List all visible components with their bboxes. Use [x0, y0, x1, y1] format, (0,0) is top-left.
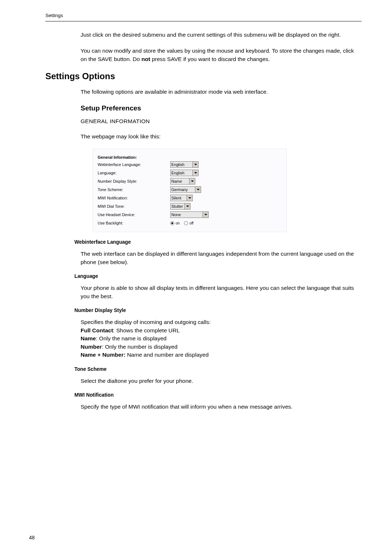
chevron-down-icon[interactable] [189, 178, 195, 184]
intro-paragraph-2: You can now modify and store the values … [81, 47, 362, 63]
settings-form-screenshot: General Information: Webinterface Langua… [93, 149, 287, 232]
select-value: Germany [171, 187, 188, 192]
rest-full-contact: : Shows the complete URL [113, 327, 180, 333]
form-label: MWI Notification: [98, 196, 170, 200]
form-row-headset-device: Use Headset Device: None [98, 211, 282, 218]
heading-setup-preferences: Setup Preferences [81, 104, 362, 112]
subheading-webinterface-language: Webinterface Language [74, 239, 362, 245]
intro-paragraph-1: Just click on the desired submenu and th… [81, 31, 362, 39]
intro2-bold: not [142, 56, 150, 62]
bold-name: Name [81, 335, 96, 341]
form-section-title: General Information: [98, 155, 282, 159]
chevron-down-icon[interactable] [203, 212, 208, 218]
number-display-style-body: Specifies the display of incoming and ou… [81, 318, 362, 359]
form-row-language: Language: English [98, 169, 282, 177]
form-label: Use Headset Device: [98, 212, 170, 217]
chevron-down-icon[interactable] [187, 195, 192, 201]
webinterface-language-select[interactable]: English [170, 161, 199, 168]
select-value: Silent [171, 196, 181, 200]
mwi-notification-select[interactable]: Silent [170, 195, 193, 201]
subheading-number-display-style: Number Display Style [74, 308, 362, 313]
bold-full-contact: Full Contact [81, 327, 113, 333]
radio-label-on: on [176, 221, 180, 225]
form-row-tone-scheme: Tone Scheme: Germany [98, 186, 282, 193]
bold-name-number: Name + Number: [81, 352, 126, 358]
select-value: Stutter [171, 204, 183, 208]
page-content: Just click on the desired submenu and th… [0, 0, 392, 411]
radio-label-off: off [189, 221, 193, 225]
chevron-down-icon[interactable] [195, 187, 201, 193]
heading-settings-options: Settings Options [45, 71, 362, 81]
form-row-backlight: Use Backlight: on off [98, 219, 282, 227]
form-label: MWI Dial Tone: [98, 204, 170, 208]
headset-device-select[interactable]: None [170, 211, 209, 218]
rest-name-number: Name and number are displayed [126, 352, 209, 358]
subheading-tone-scheme: Tone Scheme [74, 366, 362, 372]
form-label: Webinterface Language: [98, 162, 170, 167]
intro2-part-c: press SAVE if you want to discard the ch… [150, 56, 270, 62]
backlight-on-radio[interactable] [170, 221, 174, 225]
language-select[interactable]: English [170, 170, 199, 176]
settings-options-para: The following options are available in a… [81, 88, 362, 96]
nds-line-number: Number: Only the number is displayed [81, 343, 362, 351]
form-label: Language: [98, 171, 170, 175]
general-info-para: The webpage may look like this: [81, 133, 362, 141]
mwi-notification-body: Specify the type of MWI notification tha… [81, 403, 362, 411]
chevron-down-icon[interactable] [192, 170, 198, 176]
select-value: Name [171, 179, 182, 183]
nds-line-name: Name: Only the name is displayed [81, 335, 362, 343]
nds-line-full-contact: Full Contact: Shows the complete URL [81, 327, 362, 335]
form-row-mwi-dial-tone: MWI Dial Tone: Stutter [98, 203, 282, 210]
page-header: Settings [45, 13, 63, 18]
page-number: 48 [29, 535, 35, 540]
form-row-mwi-notification: MWI Notification: Silent [98, 194, 282, 202]
rest-name: : Only the name is displayed [96, 335, 167, 341]
select-value: English [171, 171, 184, 175]
header-rule [45, 21, 362, 21]
rest-number: : Only the number is displayed [102, 344, 178, 350]
webinterface-language-body: The web interface can be displayed in di… [81, 250, 362, 266]
tone-scheme-body: Select the dialtone you prefer for your … [81, 377, 362, 385]
number-display-style-select[interactable]: Name [170, 178, 195, 185]
form-label: Tone Scheme: [98, 187, 170, 192]
language-body: Your phone is able to show all display t… [81, 284, 362, 300]
form-label: Use Backlight: [98, 221, 170, 225]
form-row-number-display-style: Number Display Style: Name [98, 178, 282, 185]
backlight-radio-group: on off [170, 221, 193, 225]
bold-number: Number [81, 344, 102, 350]
chevron-down-icon[interactable] [192, 162, 198, 167]
form-label: Number Display Style: [98, 179, 170, 183]
backlight-off-radio[interactable] [184, 221, 188, 225]
nds-line-intro: Specifies the display of incoming and ou… [81, 318, 362, 326]
select-value: English [171, 162, 184, 167]
form-row-webinterface-language: Webinterface Language: English [98, 161, 282, 168]
select-value: None [171, 212, 181, 217]
mwi-dial-tone-select[interactable]: Stutter [170, 203, 191, 210]
chevron-down-icon[interactable] [184, 203, 190, 209]
nds-line-name-number: Name + Number: Name and number are displ… [81, 351, 362, 359]
subheading-language: Language [74, 274, 362, 279]
tone-scheme-select[interactable]: Germany [170, 186, 201, 193]
heading-general-information: GENERAL INFORMATION [81, 118, 362, 125]
subheading-mwi-notification: MWI Notification [74, 392, 362, 398]
